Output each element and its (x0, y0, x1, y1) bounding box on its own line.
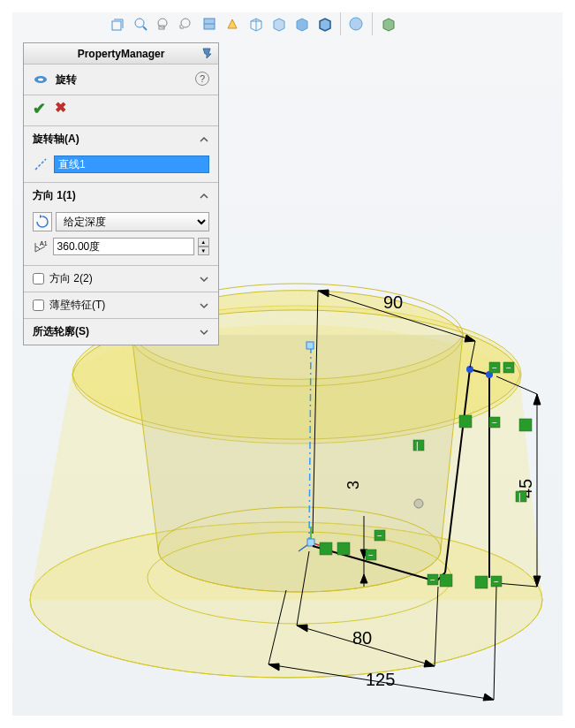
dimension-80[interactable]: 80 (352, 628, 372, 648)
angle-spinner-up[interactable]: ▲ (198, 238, 209, 246)
angle-spinner-down[interactable]: ▼ (198, 246, 209, 255)
svg-text:−: − (492, 418, 497, 428)
svg-line-78 (35, 159, 46, 170)
svg-text:−: − (377, 531, 382, 541)
svg-rect-52 (413, 440, 424, 451)
endpoint-handle[interactable] (306, 342, 314, 349)
dimension-90[interactable]: 90 (383, 292, 403, 312)
pin-panel-button[interactable] (199, 45, 215, 61)
svg-text:A1: A1 (40, 240, 48, 246)
panel-title-text: PropertyManager (78, 48, 165, 60)
dimension-125[interactable]: 125 (366, 670, 395, 689)
section-thin-feature[interactable]: 薄壁特征(T) (24, 292, 218, 319)
dimension-3[interactable]: 3 (344, 481, 362, 489)
chevron-down-icon (199, 327, 209, 337)
chevron-down-icon (199, 300, 209, 311)
section-axis-label: 旋转轴(A) (33, 132, 79, 147)
section-contours-label: 所选轮廓(S) (33, 324, 89, 339)
zoom-fit-button[interactable] (129, 12, 152, 35)
angle-icon: A1 (33, 237, 49, 256)
axis-line-icon (33, 156, 49, 172)
reverse-direction-button[interactable] (33, 212, 52, 231)
svg-rect-59 (337, 542, 350, 555)
svg-marker-36 (533, 394, 541, 405)
svg-text:|: | (416, 441, 419, 451)
chevron-down-icon (199, 274, 209, 284)
svg-rect-63 (475, 576, 488, 588)
render-button[interactable] (376, 12, 399, 35)
display-hidden-button[interactable] (267, 12, 290, 35)
svg-rect-67 (112, 21, 121, 30)
panel-title-bar: PropertyManager (24, 43, 218, 64)
svg-line-69 (143, 27, 147, 30)
svg-text:−: − (430, 575, 435, 585)
section-direction1-label: 方向 1(1) (33, 188, 76, 203)
svg-rect-58 (320, 542, 332, 555)
section-contours: 所选轮廓(S) (24, 319, 218, 345)
thin-feature-checkbox[interactable] (33, 300, 44, 311)
svg-point-77 (38, 79, 43, 81)
svg-text:|: | (518, 492, 521, 502)
angle-spinner: ▲ ▼ (198, 238, 209, 255)
svg-point-66 (414, 499, 423, 508)
chevron-up-icon (199, 191, 209, 201)
section-contours-header[interactable]: 所选轮廓(S) (24, 319, 218, 345)
thin-feature-label: 薄壁特征(T) (49, 298, 105, 313)
direction2-checkbox[interactable] (33, 273, 44, 284)
svg-marker-79 (40, 215, 42, 218)
draft-analysis-button[interactable] (221, 12, 244, 35)
section-direction1: 方向 1(1) 给定深度 A1 ▲ ▼ (24, 183, 218, 266)
chevron-up-icon (199, 134, 209, 145)
section-axis: 旋转轴(A) (24, 126, 218, 183)
help-icon[interactable]: ? (195, 72, 209, 86)
svg-point-72 (181, 19, 190, 27)
angle-input[interactable] (53, 238, 194, 255)
property-manager-panel: PropertyManager 旋转 ? ✔ ✖ 旋转轴(A) (23, 42, 219, 345)
confirm-row: ✔ ✖ (24, 95, 218, 126)
svg-rect-50 (516, 491, 526, 502)
zoom-previous-button[interactable] (175, 12, 198, 35)
direction2-label: 方向 2(2) (49, 271, 93, 286)
cancel-button[interactable]: ✖ (55, 99, 66, 118)
view-orientation-button[interactable] (106, 12, 129, 35)
section-axis-header[interactable]: 旋转轴(A) (24, 126, 218, 152)
revolve-feature-icon (33, 72, 49, 87)
view-toolbar (106, 12, 399, 35)
svg-text:−: − (368, 550, 374, 560)
svg-rect-46 (459, 415, 472, 428)
end-condition-select[interactable]: 给定深度 (56, 212, 209, 231)
svg-marker-32 (483, 694, 494, 701)
toolbar-separator (367, 12, 373, 35)
display-wireframe-button[interactable] (244, 12, 267, 35)
section-direction1-header[interactable]: 方向 1(1) (24, 183, 218, 209)
feature-name: 旋转 (56, 72, 77, 87)
toolbar-separator (336, 12, 341, 35)
svg-text:−: − (494, 577, 499, 587)
apply-scene-button[interactable] (344, 12, 367, 35)
svg-text:−: − (506, 363, 511, 373)
section-direction2[interactable]: 方向 2(2) (24, 266, 218, 292)
axis-selection-input[interactable] (54, 155, 209, 173)
svg-point-75 (350, 18, 362, 30)
section-view-button[interactable] (198, 12, 221, 35)
feature-header: 旋转 ? (24, 64, 218, 95)
display-shaded-edges-button[interactable] (313, 12, 336, 35)
svg-point-68 (135, 19, 144, 27)
zoom-area-button[interactable] (152, 12, 175, 35)
ok-button[interactable]: ✔ (33, 99, 46, 118)
svg-rect-62 (440, 574, 452, 587)
display-shaded-button[interactable] (290, 12, 313, 35)
svg-rect-10 (307, 539, 314, 546)
svg-text:−: − (492, 363, 497, 373)
svg-rect-49 (519, 419, 532, 431)
